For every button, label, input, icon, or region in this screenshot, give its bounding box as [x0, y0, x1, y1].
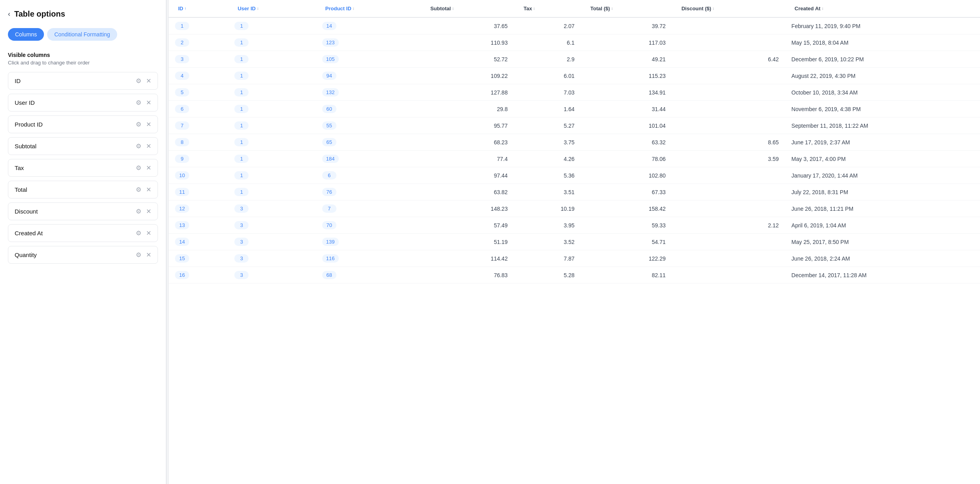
cell-userid: 1: [228, 184, 315, 200]
column-label: Tax: [15, 164, 24, 171]
column-actions: ⚙ ✕: [136, 208, 151, 215]
cell-userid: 1: [228, 101, 315, 117]
cell-total: 63.32: [581, 134, 672, 151]
column-header-userid[interactable]: User ID ↕: [228, 0, 315, 17]
productid-badge: 116: [322, 254, 339, 263]
column-header-createdat[interactable]: Created At ↕: [785, 0, 980, 17]
close-icon[interactable]: ✕: [146, 121, 151, 128]
col-header-text[interactable]: ID ↑: [175, 4, 190, 13]
productid-badge: 60: [322, 105, 336, 113]
cell-subtotal: 57.49: [421, 217, 514, 234]
cell-createdat: May 3, 2017, 4:00 PM: [785, 151, 980, 167]
userid-badge: 1: [234, 188, 249, 196]
sort-icon: ↕: [353, 6, 355, 11]
cell-createdat: August 22, 2019, 4:30 PM: [785, 68, 980, 84]
cell-productid: 132: [316, 84, 421, 101]
close-icon[interactable]: ✕: [146, 77, 151, 85]
cell-subtotal: 97.44: [421, 167, 514, 184]
gear-icon[interactable]: ⚙: [136, 77, 141, 85]
table-row: 12 3 7 148.23 10.19 158.42 June 26, 2018…: [169, 200, 980, 217]
close-icon[interactable]: ✕: [146, 208, 151, 215]
gear-icon[interactable]: ⚙: [136, 208, 141, 215]
column-header-subtotal[interactable]: Subtotal ↕: [421, 0, 514, 17]
cell-total: 101.04: [581, 117, 672, 134]
column-item[interactable]: User ID ⚙ ✕: [8, 94, 158, 112]
close-icon[interactable]: ✕: [146, 251, 151, 259]
gear-icon[interactable]: ⚙: [136, 186, 141, 193]
cell-discount: [672, 234, 785, 250]
cell-discount: [672, 250, 785, 267]
column-item[interactable]: ID ⚙ ✕: [8, 72, 158, 90]
cell-discount: [672, 84, 785, 101]
col-header-text[interactable]: Total ($) ↕: [587, 4, 617, 13]
userid-badge: 3: [234, 238, 249, 246]
column-item[interactable]: Discount ⚙ ✕: [8, 202, 158, 220]
gear-icon[interactable]: ⚙: [136, 164, 141, 172]
productid-badge: 94: [322, 72, 336, 80]
gear-icon[interactable]: ⚙: [136, 229, 141, 237]
cell-discount: [672, 200, 785, 217]
back-button[interactable]: ‹: [8, 10, 10, 18]
productid-badge: 76: [322, 188, 336, 196]
cell-subtotal: 127.88: [421, 84, 514, 101]
col-header-text[interactable]: Subtotal ↕: [427, 4, 457, 13]
sort-icon: ↕: [611, 6, 613, 11]
close-icon[interactable]: ✕: [146, 186, 151, 193]
column-header-discount[interactable]: Discount ($) ↕: [672, 0, 785, 17]
gear-icon[interactable]: ⚙: [136, 142, 141, 150]
id-badge: 15: [175, 254, 189, 263]
column-item[interactable]: Created At ⚙ ✕: [8, 224, 158, 242]
id-badge: 4: [175, 72, 189, 80]
cell-id: 15: [169, 250, 228, 267]
productid-badge: 139: [322, 238, 339, 246]
userid-badge: 1: [234, 22, 249, 30]
gear-icon[interactable]: ⚙: [136, 121, 141, 128]
cell-productid: 65: [316, 134, 421, 151]
cell-userid: 3: [228, 234, 315, 250]
column-actions: ⚙ ✕: [136, 142, 151, 150]
cell-total: 54.71: [581, 234, 672, 250]
close-icon[interactable]: ✕: [146, 99, 151, 106]
column-label: Total: [15, 186, 27, 193]
column-item[interactable]: Total ⚙ ✕: [8, 181, 158, 199]
gear-icon[interactable]: ⚙: [136, 251, 141, 259]
table-row: 8 1 65 68.23 3.75 63.32 8.65 June 17, 20…: [169, 134, 980, 151]
table-row: 7 1 55 95.77 5.27 101.04 September 11, 2…: [169, 117, 980, 134]
cell-total: 67.33: [581, 184, 672, 200]
col-header-text[interactable]: Created At ↕: [792, 4, 827, 13]
column-item[interactable]: Subtotal ⚙ ✕: [8, 137, 158, 155]
column-header-total[interactable]: Total ($) ↕: [581, 0, 672, 17]
visible-columns-sub: Click and drag to change their order: [8, 60, 158, 66]
cell-createdat: October 10, 2018, 3:34 AM: [785, 84, 980, 101]
userid-badge: 1: [234, 105, 249, 113]
col-header-text[interactable]: Product ID ↕: [322, 4, 358, 13]
cell-tax: 6.1: [514, 34, 581, 51]
cell-total: 117.03: [581, 34, 672, 51]
tab-conditional-formatting[interactable]: Conditional Formatting: [47, 28, 117, 41]
column-list: ID ⚙ ✕ User ID ⚙ ✕ Product ID ⚙ ✕ Subtot…: [8, 72, 158, 264]
close-icon[interactable]: ✕: [146, 142, 151, 150]
userid-badge: 3: [234, 254, 249, 263]
cell-createdat: June 17, 2019, 2:37 AM: [785, 134, 980, 151]
column-item[interactable]: Quantity ⚙ ✕: [8, 246, 158, 264]
tab-columns[interactable]: Columns: [8, 28, 44, 41]
column-item[interactable]: Tax ⚙ ✕: [8, 159, 158, 177]
close-icon[interactable]: ✕: [146, 164, 151, 172]
close-icon[interactable]: ✕: [146, 229, 151, 237]
col-header-text[interactable]: Discount ($) ↕: [678, 4, 718, 13]
productid-badge: 105: [322, 55, 339, 63]
id-badge: 3: [175, 55, 189, 63]
table-header: ID ↑ User ID ↕ Product ID ↕ Subtotal ↕ T…: [169, 0, 980, 17]
gear-icon[interactable]: ⚙: [136, 99, 141, 106]
column-label: Product ID: [15, 121, 43, 128]
cell-id: 7: [169, 117, 228, 134]
cell-total: 102.80: [581, 167, 672, 184]
col-header-text[interactable]: Tax ↕: [520, 4, 538, 13]
column-item[interactable]: Product ID ⚙ ✕: [8, 115, 158, 133]
cell-productid: 60: [316, 101, 421, 117]
column-header-tax[interactable]: Tax ↕: [514, 0, 581, 17]
cell-total: 115.23: [581, 68, 672, 84]
column-header-id[interactable]: ID ↑: [169, 0, 228, 17]
column-header-productid[interactable]: Product ID ↕: [316, 0, 421, 17]
col-header-text[interactable]: User ID ↕: [234, 4, 262, 13]
